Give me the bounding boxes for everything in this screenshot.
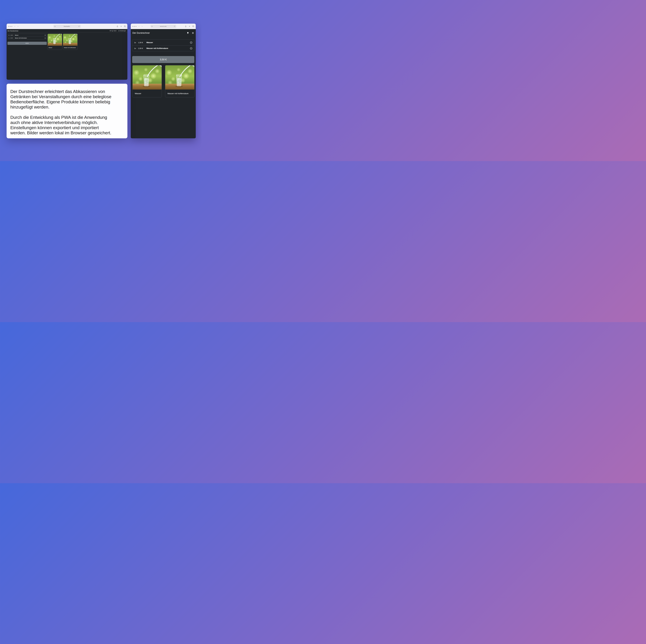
app-header: Der Durstrechner Tag / Nacht Einstellung… [7, 29, 127, 33]
lightbulb-icon [110, 30, 111, 31]
share-icon[interactable] [117, 25, 118, 27]
product-photo-water-glass [63, 34, 77, 46]
close-window-button[interactable] [8, 26, 9, 27]
browser-window-desktop: feuerwehr- Der Durstrechner Tag / Nacht … [7, 24, 127, 80]
url-text: vercel.com [160, 26, 167, 27]
cart-row: 1x 2,00 € Wasser mit Kohlensäure [8, 36, 46, 39]
lightbulb-icon [187, 32, 189, 34]
remove-item-button[interactable] [190, 47, 192, 49]
total-button[interactable]: 6,50 € [7, 42, 47, 45]
app-title: Der Durstrechner [132, 32, 150, 34]
gear-icon [192, 32, 194, 34]
forward-icon[interactable] [17, 26, 19, 27]
cart-price: 1,50 € [138, 41, 146, 43]
product-card-wasser[interactable]: Wasser [47, 34, 62, 50]
reload-icon[interactable] [174, 26, 175, 27]
window-controls[interactable] [132, 26, 136, 27]
theme-toggle-label: Tag / Nacht [111, 30, 116, 31]
close-window-button[interactable] [132, 26, 133, 27]
tab-overview-icon[interactable] [124, 25, 126, 27]
total-button[interactable]: 3,50 € [132, 56, 194, 63]
lock-icon [151, 26, 153, 27]
cart-list: 1x 1,50 € Wasser 1x 2,00 € Wasser mit Ko… [132, 39, 194, 51]
settings-button[interactable]: Einstellungen [118, 30, 126, 31]
cart-price: 2,00 € [10, 37, 15, 39]
tab-overview-icon[interactable] [192, 25, 194, 27]
product-label: Wasser mit Kohlensäure [63, 46, 77, 49]
cart-price: 1,50 € [10, 35, 15, 36]
description-card: Der Durstrechner erleichtert das Abkassi… [7, 84, 127, 138]
remove-item-button[interactable] [44, 35, 46, 36]
product-label: Wasser [48, 46, 62, 49]
description-paragraph: Durch die Entwicklung als PWA ist die An… [10, 115, 115, 135]
durstrechner-app-mobile: Der Durstrechner 1x 1,50 € Wasser 1 [131, 29, 196, 138]
back-icon[interactable] [138, 26, 140, 27]
gear-icon [118, 30, 119, 31]
zoom-window-button[interactable] [135, 26, 136, 27]
cart-item-name: Wasser mit Kohlensäure [146, 47, 190, 49]
back-icon[interactable] [14, 26, 15, 27]
cart-row: 3x 1,50 € Wasser [8, 34, 46, 36]
forward-icon[interactable] [141, 26, 143, 27]
cart-item-name: Wasser [146, 41, 190, 43]
product-card-wasser-mit-kohlensaeure[interactable]: Wasser mit Kohlensäure [165, 65, 195, 97]
product-label: Wasser [132, 90, 162, 97]
minus-circle-icon [44, 35, 46, 36]
cart-list: 3x 1,50 € Wasser 1x 2,00 € Wasser mit Ko… [7, 34, 47, 39]
address-bar[interactable]: feuerwehr- [53, 25, 81, 28]
product-photo-water-glass [165, 66, 194, 90]
description-paragraph: Der Durstrechner erleichtert das Abkassi… [10, 89, 115, 110]
browser-toolbar: feuerwehr- [7, 24, 127, 29]
minus-circle-icon [190, 41, 192, 44]
product-card-wasser[interactable]: Wasser [132, 65, 162, 97]
minimize-window-button[interactable] [134, 26, 135, 27]
cart-qty: 1x [134, 47, 138, 49]
minus-circle-icon [44, 37, 46, 39]
app-title: Der Durstrechner [7, 30, 18, 32]
url-text: feuerwehr- [64, 26, 70, 27]
address-bar[interactable]: vercel.com [150, 25, 176, 28]
theme-toggle-button[interactable] [187, 32, 189, 34]
durstrechner-app-desktop: Der Durstrechner Tag / Nacht Einstellung… [7, 29, 127, 80]
browser-toolbar: vercel.com [131, 24, 196, 29]
settings-label: Einstellungen [120, 30, 126, 31]
cart-row: 1x 1,50 € Wasser [132, 40, 194, 45]
cart-item-name: Wasser mit Kohlensäure [15, 37, 44, 39]
settings-button[interactable] [192, 32, 194, 34]
product-photo-water-glass [48, 34, 62, 46]
cart-qty: 1x [134, 41, 138, 43]
theme-toggle-button[interactable]: Tag / Nacht [110, 30, 116, 31]
new-tab-icon[interactable] [189, 25, 190, 27]
window-controls[interactable] [8, 26, 12, 27]
minus-circle-icon [190, 47, 192, 49]
app-header: Der Durstrechner [132, 32, 194, 34]
lock-icon [54, 26, 56, 27]
new-tab-icon[interactable] [120, 25, 122, 27]
cart-qty: 3x [8, 35, 10, 36]
cart-row: 1x 2,00 € Wasser mit Kohlensäure [132, 45, 194, 51]
remove-item-button[interactable] [190, 41, 192, 44]
remove-item-button[interactable] [44, 37, 46, 39]
product-photo-water-glass [132, 66, 162, 90]
cart-qty: 1x [8, 37, 10, 39]
share-icon[interactable] [185, 25, 187, 27]
minimize-window-button[interactable] [10, 26, 11, 27]
browser-window-mobile: vercel.com Der Durstrechner 1x 1, [131, 24, 196, 138]
cart-item-name: Wasser [15, 35, 44, 36]
product-card-wasser-mit-kohlensaeure[interactable]: Wasser mit Kohlensäure [63, 34, 78, 50]
cart-price: 2,00 € [138, 47, 146, 49]
reload-icon[interactable] [78, 26, 80, 27]
zoom-window-button[interactable] [11, 26, 12, 27]
product-label: Wasser mit Kohlensäure [165, 90, 194, 97]
